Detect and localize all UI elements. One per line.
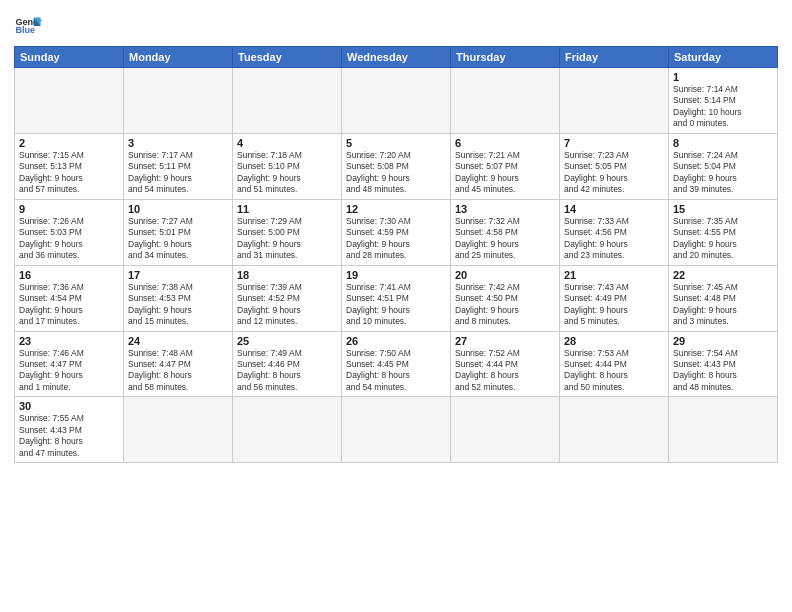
page: General Blue SundayMondayTuesdayWednesda… [0, 0, 792, 612]
calendar-cell: 17Sunrise: 7:38 AM Sunset: 4:53 PM Dayli… [124, 265, 233, 331]
calendar-cell: 6Sunrise: 7:21 AM Sunset: 5:07 PM Daylig… [451, 133, 560, 199]
calendar-cell: 24Sunrise: 7:48 AM Sunset: 4:47 PM Dayli… [124, 331, 233, 397]
day-number: 16 [19, 269, 119, 281]
calendar-cell [233, 68, 342, 134]
day-number: 7 [564, 137, 664, 149]
calendar-cell: 30Sunrise: 7:55 AM Sunset: 4:43 PM Dayli… [15, 397, 124, 463]
calendar-cell: 13Sunrise: 7:32 AM Sunset: 4:58 PM Dayli… [451, 199, 560, 265]
day-info: Sunrise: 7:45 AM Sunset: 4:48 PM Dayligh… [673, 282, 773, 328]
day-number: 3 [128, 137, 228, 149]
weekday-sunday: Sunday [15, 47, 124, 68]
week-row-4: 16Sunrise: 7:36 AM Sunset: 4:54 PM Dayli… [15, 265, 778, 331]
calendar-cell: 25Sunrise: 7:49 AM Sunset: 4:46 PM Dayli… [233, 331, 342, 397]
day-number: 23 [19, 335, 119, 347]
weekday-thursday: Thursday [451, 47, 560, 68]
day-info: Sunrise: 7:48 AM Sunset: 4:47 PM Dayligh… [128, 348, 228, 394]
day-number: 28 [564, 335, 664, 347]
calendar-cell: 15Sunrise: 7:35 AM Sunset: 4:55 PM Dayli… [669, 199, 778, 265]
day-info: Sunrise: 7:38 AM Sunset: 4:53 PM Dayligh… [128, 282, 228, 328]
weekday-header-row: SundayMondayTuesdayWednesdayThursdayFrid… [15, 47, 778, 68]
logo: General Blue [14, 12, 42, 40]
day-info: Sunrise: 7:27 AM Sunset: 5:01 PM Dayligh… [128, 216, 228, 262]
day-info: Sunrise: 7:55 AM Sunset: 4:43 PM Dayligh… [19, 413, 119, 459]
calendar-cell: 12Sunrise: 7:30 AM Sunset: 4:59 PM Dayli… [342, 199, 451, 265]
day-info: Sunrise: 7:29 AM Sunset: 5:00 PM Dayligh… [237, 216, 337, 262]
calendar-cell [124, 68, 233, 134]
day-number: 9 [19, 203, 119, 215]
day-info: Sunrise: 7:17 AM Sunset: 5:11 PM Dayligh… [128, 150, 228, 196]
day-number: 12 [346, 203, 446, 215]
calendar-cell: 22Sunrise: 7:45 AM Sunset: 4:48 PM Dayli… [669, 265, 778, 331]
day-info: Sunrise: 7:33 AM Sunset: 4:56 PM Dayligh… [564, 216, 664, 262]
day-number: 29 [673, 335, 773, 347]
week-row-2: 2Sunrise: 7:15 AM Sunset: 5:13 PM Daylig… [15, 133, 778, 199]
calendar-cell: 3Sunrise: 7:17 AM Sunset: 5:11 PM Daylig… [124, 133, 233, 199]
calendar-cell [560, 68, 669, 134]
day-number: 5 [346, 137, 446, 149]
weekday-saturday: Saturday [669, 47, 778, 68]
day-info: Sunrise: 7:26 AM Sunset: 5:03 PM Dayligh… [19, 216, 119, 262]
svg-text:Blue: Blue [15, 25, 35, 35]
day-info: Sunrise: 7:30 AM Sunset: 4:59 PM Dayligh… [346, 216, 446, 262]
day-number: 8 [673, 137, 773, 149]
day-info: Sunrise: 7:50 AM Sunset: 4:45 PM Dayligh… [346, 348, 446, 394]
calendar-cell: 18Sunrise: 7:39 AM Sunset: 4:52 PM Dayli… [233, 265, 342, 331]
calendar-cell: 16Sunrise: 7:36 AM Sunset: 4:54 PM Dayli… [15, 265, 124, 331]
day-info: Sunrise: 7:42 AM Sunset: 4:50 PM Dayligh… [455, 282, 555, 328]
calendar-cell: 7Sunrise: 7:23 AM Sunset: 5:05 PM Daylig… [560, 133, 669, 199]
calendar-cell: 1Sunrise: 7:14 AM Sunset: 5:14 PM Daylig… [669, 68, 778, 134]
calendar-cell [451, 68, 560, 134]
calendar-cell: 23Sunrise: 7:46 AM Sunset: 4:47 PM Dayli… [15, 331, 124, 397]
day-number: 2 [19, 137, 119, 149]
calendar-cell [560, 397, 669, 463]
calendar-cell: 9Sunrise: 7:26 AM Sunset: 5:03 PM Daylig… [15, 199, 124, 265]
day-number: 20 [455, 269, 555, 281]
day-number: 11 [237, 203, 337, 215]
calendar-cell: 29Sunrise: 7:54 AM Sunset: 4:43 PM Dayli… [669, 331, 778, 397]
calendar-cell [124, 397, 233, 463]
day-info: Sunrise: 7:24 AM Sunset: 5:04 PM Dayligh… [673, 150, 773, 196]
calendar-cell: 10Sunrise: 7:27 AM Sunset: 5:01 PM Dayli… [124, 199, 233, 265]
calendar-cell [15, 68, 124, 134]
day-number: 6 [455, 137, 555, 149]
day-number: 27 [455, 335, 555, 347]
day-info: Sunrise: 7:53 AM Sunset: 4:44 PM Dayligh… [564, 348, 664, 394]
day-info: Sunrise: 7:41 AM Sunset: 4:51 PM Dayligh… [346, 282, 446, 328]
day-number: 17 [128, 269, 228, 281]
day-number: 15 [673, 203, 773, 215]
calendar-cell: 4Sunrise: 7:18 AM Sunset: 5:10 PM Daylig… [233, 133, 342, 199]
calendar-cell [451, 397, 560, 463]
calendar-cell: 14Sunrise: 7:33 AM Sunset: 4:56 PM Dayli… [560, 199, 669, 265]
calendar-cell [233, 397, 342, 463]
week-row-3: 9Sunrise: 7:26 AM Sunset: 5:03 PM Daylig… [15, 199, 778, 265]
day-number: 10 [128, 203, 228, 215]
day-info: Sunrise: 7:49 AM Sunset: 4:46 PM Dayligh… [237, 348, 337, 394]
day-number: 14 [564, 203, 664, 215]
calendar: SundayMondayTuesdayWednesdayThursdayFrid… [14, 46, 778, 463]
day-number: 21 [564, 269, 664, 281]
calendar-cell: 8Sunrise: 7:24 AM Sunset: 5:04 PM Daylig… [669, 133, 778, 199]
calendar-cell: 5Sunrise: 7:20 AM Sunset: 5:08 PM Daylig… [342, 133, 451, 199]
day-number: 22 [673, 269, 773, 281]
calendar-cell [669, 397, 778, 463]
week-row-5: 23Sunrise: 7:46 AM Sunset: 4:47 PM Dayli… [15, 331, 778, 397]
day-info: Sunrise: 7:43 AM Sunset: 4:49 PM Dayligh… [564, 282, 664, 328]
calendar-cell: 21Sunrise: 7:43 AM Sunset: 4:49 PM Dayli… [560, 265, 669, 331]
calendar-cell: 28Sunrise: 7:53 AM Sunset: 4:44 PM Dayli… [560, 331, 669, 397]
day-info: Sunrise: 7:23 AM Sunset: 5:05 PM Dayligh… [564, 150, 664, 196]
weekday-tuesday: Tuesday [233, 47, 342, 68]
day-info: Sunrise: 7:35 AM Sunset: 4:55 PM Dayligh… [673, 216, 773, 262]
week-row-6: 30Sunrise: 7:55 AM Sunset: 4:43 PM Dayli… [15, 397, 778, 463]
day-info: Sunrise: 7:15 AM Sunset: 5:13 PM Dayligh… [19, 150, 119, 196]
day-number: 26 [346, 335, 446, 347]
calendar-cell: 26Sunrise: 7:50 AM Sunset: 4:45 PM Dayli… [342, 331, 451, 397]
day-info: Sunrise: 7:36 AM Sunset: 4:54 PM Dayligh… [19, 282, 119, 328]
day-number: 4 [237, 137, 337, 149]
day-number: 30 [19, 400, 119, 412]
day-info: Sunrise: 7:18 AM Sunset: 5:10 PM Dayligh… [237, 150, 337, 196]
day-number: 25 [237, 335, 337, 347]
calendar-cell [342, 68, 451, 134]
day-number: 24 [128, 335, 228, 347]
weekday-friday: Friday [560, 47, 669, 68]
logo-icon: General Blue [14, 12, 42, 40]
